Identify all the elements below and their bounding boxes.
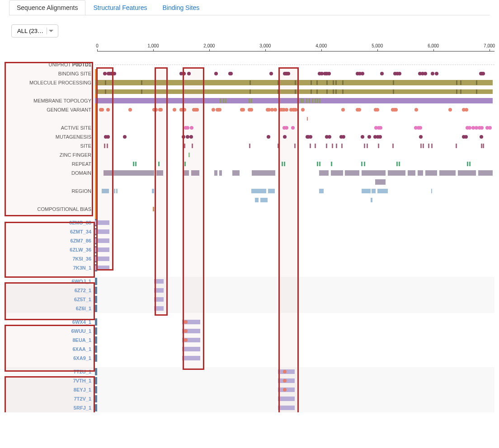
track-area[interactable] [95,150,494,159]
dropdown-label: ALL (23… [17,28,43,34]
track-label: GENOME VARIANT [5,107,95,112]
track-area[interactable] [95,403,494,412]
tab-binding-sites[interactable]: Binding Sites [155,0,207,15]
x-axis: 01,0002,0003,0004,0005,0006,0007,000 [97,51,494,60]
track-label: COMPOSITIONAL BIAS [5,206,95,212]
track-area[interactable] [95,295,494,304]
uniprot-label: UNIPROT P0DTD1 [5,62,95,67]
track-label: REGION [5,188,95,194]
tab-sequence-alignments[interactable]: Sequence Alignments [9,0,85,15]
track-area[interactable] [95,105,494,114]
track-area[interactable] [95,345,494,354]
track-area[interactable] [95,141,494,150]
track-label: ACTIVE SITE [5,125,95,131]
track-area[interactable] [95,218,494,227]
track-area[interactable] [95,168,494,177]
sequence-link[interactable]: 6ZMO_88 [5,220,95,225]
track-area[interactable] [95,236,494,245]
track-area[interactable] [95,367,494,376]
track-area[interactable] [95,205,494,214]
sequence-link[interactable]: 6Z6I_1 [5,306,95,311]
track-label: DOMAIN [5,170,95,176]
track-label: MEMBRANE TOPOLOGY [5,98,95,103]
track-area[interactable] [95,87,494,96]
sequence-link[interactable]: 6WX4_1 [5,319,95,325]
track-area[interactable] [95,304,494,313]
track-area[interactable] [95,254,494,263]
sequence-link[interactable]: 7K3N_1 [5,265,95,271]
track-area[interactable] [95,327,494,336]
filter-dropdown[interactable]: ALL (23… [11,24,58,37]
sequence-link[interactable]: 7VTH_1 [5,378,95,383]
track-label: ZINC FINGER [5,152,95,158]
track-area[interactable] [95,196,494,205]
track-area[interactable] [95,177,494,187]
track-area[interactable] [95,69,494,78]
sequence-link[interactable]: 6WOJ_1 [5,279,95,284]
track-area[interactable] [95,114,494,123]
track-area[interactable] [95,376,494,385]
sequence-link[interactable]: 6ZMT_34 [5,229,95,234]
track-area[interactable] [95,159,494,168]
sequence-link[interactable]: 6XA9_1 [5,355,95,361]
track-area[interactable] [95,286,494,295]
track-area[interactable] [95,277,494,286]
track-area[interactable] [95,187,494,196]
track-area[interactable] [95,317,494,327]
sequence-link[interactable]: 6WUU_1 [5,328,95,334]
sequence-link[interactable]: 7T2V_1 [5,396,95,401]
track-area[interactable] [95,385,494,394]
sequence-link[interactable]: 8EUA_1 [5,337,95,343]
track-label: SITE [5,143,95,149]
sequence-link[interactable]: 5RFJ_1 [5,405,95,411]
track-area[interactable] [95,60,494,69]
tab-structural-features[interactable]: Structural Features [85,0,155,15]
track-area[interactable] [95,132,494,141]
track-label: BINDING SITE [5,71,95,76]
sequence-link[interactable]: 7K5I_36 [5,256,95,261]
track-area[interactable] [95,354,494,363]
sequence-link[interactable]: 6XAA_1 [5,346,95,352]
track-area[interactable] [95,245,494,254]
track-area[interactable] [95,394,494,403]
sequence-link[interactable]: 6Z5T_1 [5,297,95,302]
track-area[interactable] [95,96,494,105]
sequence-link[interactable]: 6ZLW_36 [5,247,95,252]
sequence-link[interactable]: 7T2U_1 [5,369,95,374]
sequence-link[interactable]: 8EYJ_1 [5,387,95,392]
track-area[interactable] [95,123,494,132]
sequence-link[interactable]: 6ZM7_86 [5,238,95,243]
track-area[interactable] [95,78,494,87]
track-area[interactable] [95,336,494,345]
track-label: MUTAGENESIS [5,134,95,140]
sequence-link[interactable]: 6Z72_1 [5,288,95,293]
track-label: REPEAT [5,161,95,167]
track-area[interactable] [95,263,494,272]
tabs: Sequence Alignments Structural Features … [9,0,490,15]
track-area[interactable] [95,227,494,236]
track-label: MOLECULE PROCESSING [5,80,95,85]
visualization: 01,0002,0003,0004,0005,0006,0007,000 UNI… [5,51,494,412]
